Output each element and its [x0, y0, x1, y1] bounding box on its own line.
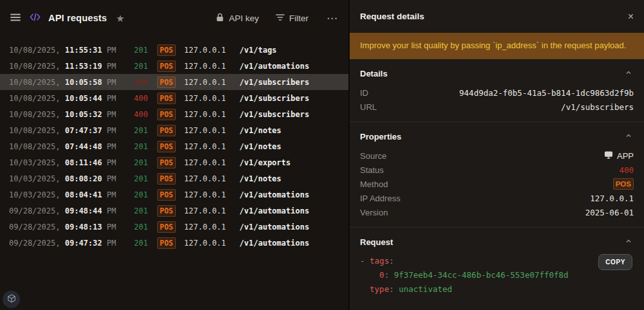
row-status-code: 400: [134, 94, 153, 103]
row-endpoint: /v1/subscribers: [240, 110, 309, 119]
row-ip: 127.0.0.1: [184, 46, 236, 55]
version-value: 2025-06-01: [585, 208, 634, 217]
chevron-up-icon: [625, 69, 632, 78]
filter-icon: [276, 14, 285, 23]
row-status-code: 201: [134, 126, 153, 135]
row-meridiem: PM: [102, 239, 117, 248]
collapse-properties-button[interactable]: [623, 131, 634, 143]
row-status-code: 201: [134, 174, 153, 183]
row-endpoint: /v1/notes: [240, 174, 281, 183]
request-row[interactable]: 10/08/2025, 10:05:32 PM 400 POS 127.0.0.…: [0, 106, 348, 122]
hamburger-icon: [10, 14, 21, 23]
filter-button[interactable]: Filter: [276, 14, 308, 23]
request-row[interactable]: 10/08/2025, 10:05:44 PM 400 POS 127.0.0.…: [0, 90, 348, 106]
row-method-badge: POS: [157, 141, 176, 152]
details-title: Details: [360, 69, 388, 78]
row-date: 10/08/2025,: [9, 110, 65, 119]
ellipsis-icon: ⋯: [327, 13, 338, 24]
collapse-details-button[interactable]: [623, 68, 634, 80]
row-ip: 127.0.0.1: [184, 110, 236, 119]
request-details-panel: Request details × Improve your list qual…: [348, 0, 644, 310]
request-row[interactable]: 10/08/2025, 11:53:19 PM 201 POS 127.0.0.…: [0, 58, 348, 74]
row-endpoint: /v1/notes: [240, 142, 281, 151]
chevron-up-icon: [625, 132, 632, 141]
row-time: 08:04:41: [65, 190, 102, 199]
row-time: 08:11:46: [65, 158, 102, 167]
row-time: 09:48:13: [65, 223, 102, 232]
request-body-code: - tags: 0: 9f37eeb4-34cc-486b-bc46-553e0…: [360, 254, 634, 296]
row-method-badge: POS: [157, 93, 176, 104]
chevron-up-icon: [625, 237, 632, 247]
row-date: 10/08/2025,: [9, 62, 65, 71]
request-section: Request - tags: 0: 9f37eeb4-34cc-486b-bc…: [350, 228, 644, 304]
request-row[interactable]: 09/28/2025, 09:48:44 PM 201 POS 127.0.0.…: [0, 203, 348, 219]
row-method-badge: POS: [157, 221, 176, 233]
row-status-code: 201: [134, 206, 153, 215]
api-key-button[interactable]: API key: [216, 13, 259, 24]
row-method-badge: POS: [157, 173, 176, 185]
request-row[interactable]: 10/03/2025, 08:11:46 PM 201 POS 127.0.0.…: [0, 154, 348, 170]
row-endpoint: /v1/automations: [240, 62, 309, 71]
row-date: 09/28/2025,: [9, 223, 65, 232]
status-value: 400: [619, 165, 634, 175]
row-ip: 127.0.0.1: [184, 142, 236, 151]
more-options-button[interactable]: ⋯: [325, 12, 339, 25]
row-status-code: 201: [134, 142, 153, 151]
row-meridiem: PM: [102, 62, 117, 71]
row-ip: 127.0.0.1: [184, 239, 236, 248]
request-row[interactable]: 09/28/2025, 09:47:32 PM 201 POS 127.0.0.…: [0, 235, 348, 251]
close-panel-button[interactable]: ×: [628, 12, 634, 22]
row-meridiem: PM: [102, 158, 117, 167]
collapse-request-button[interactable]: [623, 236, 634, 248]
row-time: 09:48:44: [65, 206, 102, 215]
row-meridiem: PM: [102, 78, 117, 87]
row-date: 09/28/2025,: [9, 206, 65, 215]
url-label: URL: [360, 102, 377, 112]
row-ip: 127.0.0.1: [184, 94, 236, 103]
row-meridiem: PM: [102, 223, 117, 232]
request-row[interactable]: 10/08/2025, 07:44:48 PM 201 POS 127.0.0.…: [0, 138, 348, 154]
warning-banner: Improve your list quality by passing `ip…: [350, 33, 644, 59]
row-status-code: 201: [134, 158, 153, 167]
row-endpoint: /v1/notes: [240, 126, 281, 135]
lock-icon: [216, 13, 224, 24]
menu-button[interactable]: [9, 12, 22, 24]
request-row[interactable]: 10/03/2025, 08:04:41 PM 201 POS 127.0.0.…: [0, 187, 348, 203]
row-endpoint: /v1/subscribers: [240, 78, 309, 87]
row-meridiem: PM: [102, 142, 117, 151]
request-row[interactable]: 10/08/2025, 11:55:31 PM 201 POS 127.0.0.…: [0, 42, 348, 58]
row-date: 10/08/2025,: [9, 46, 65, 55]
row-method-badge: POS: [157, 237, 176, 249]
row-ip: 127.0.0.1: [184, 62, 236, 71]
request-row[interactable]: 10/03/2025, 08:08:20 PM 201 POS 127.0.0.…: [0, 170, 348, 187]
field-version: Version 2025-06-01: [360, 205, 634, 219]
request-row[interactable]: 09/28/2025, 09:48:13 PM 201 POS 127.0.0.…: [0, 219, 348, 235]
row-time: 09:47:32: [65, 239, 102, 248]
topbar: API requests ★ API key Filter ⋯: [0, 0, 348, 36]
copy-button[interactable]: COPY: [598, 254, 632, 270]
row-method-badge: POS: [157, 60, 176, 72]
row-time: 10:05:58: [65, 78, 102, 87]
row-ip: 127.0.0.1: [184, 190, 236, 199]
cube-icon: [7, 294, 16, 305]
row-endpoint: /v1/subscribers: [240, 94, 309, 103]
row-time: 07:47:37: [65, 126, 102, 135]
field-source: Source APP: [360, 149, 634, 163]
request-title: Request: [360, 237, 393, 247]
method-label: Method: [360, 179, 388, 189]
status-label: Status: [360, 165, 384, 175]
row-endpoint: /v1/automations: [240, 223, 309, 232]
url-value: /v1/subscribers: [561, 102, 634, 112]
row-ip: 127.0.0.1: [184, 174, 236, 183]
field-status: Status 400: [360, 163, 634, 177]
row-method-badge: POS: [157, 157, 176, 169]
request-row[interactable]: 10/08/2025, 10:05:58 PM 400 POS 127.0.0.…: [0, 74, 348, 90]
favorite-button[interactable]: ★: [115, 12, 126, 24]
request-list: 10/08/2025, 11:55:31 PM 201 POS 127.0.0.…: [0, 42, 348, 251]
request-row[interactable]: 10/08/2025, 07:47:37 PM 201 POS 127.0.0.…: [0, 122, 348, 138]
monitor-icon: [604, 151, 613, 161]
panel-header: Request details ×: [350, 0, 644, 33]
row-time: 08:08:20: [65, 174, 102, 183]
field-url: URL /v1/subscribers: [360, 100, 634, 114]
sandbox-extension-badge[interactable]: [3, 291, 20, 308]
